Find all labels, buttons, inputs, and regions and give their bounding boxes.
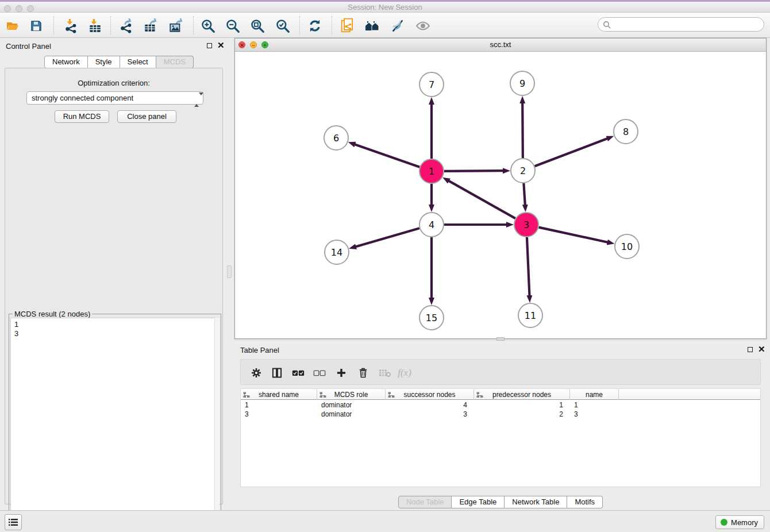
edge-1-6[interactable]	[355, 144, 419, 167]
table-cell-name[interactable]: 1	[570, 400, 619, 410]
memory-button[interactable]: Memory	[715, 515, 764, 529]
horizontal-splitter-handle[interactable]	[496, 337, 505, 341]
zoom-fit-icon[interactable]	[248, 17, 267, 35]
zoom-in-icon[interactable]	[199, 17, 217, 35]
table-cell-shared-name[interactable]: 3	[241, 410, 317, 419]
zoom-out-icon[interactable]	[224, 17, 242, 35]
edge-3-1[interactable]	[449, 181, 515, 219]
column-header-successor-nodes[interactable]: successor nodes	[386, 390, 474, 400]
column-header-mcds-role[interactable]: MCDS role	[317, 390, 386, 400]
table-cell-predecessor-nodes[interactable]: 2	[474, 410, 570, 419]
minimize-view-button[interactable]: −	[250, 41, 257, 48]
node-10[interactable]: 10	[615, 234, 639, 259]
export-image-icon[interactable]	[167, 17, 185, 35]
network-canvas[interactable]: 7968124314101511	[235, 52, 766, 338]
network-window-titlebar[interactable]: scc.txt ✕ − +	[235, 38, 766, 52]
toolbar-separator	[193, 16, 194, 34]
node-15[interactable]: 15	[419, 306, 444, 330]
mcds-result-item[interactable]: 1	[14, 320, 219, 329]
tab-node-table[interactable]: Node Table	[398, 496, 452, 508]
node-9[interactable]: 9	[510, 71, 534, 95]
node-14[interactable]: 14	[325, 240, 349, 264]
table-rows: 1dominator4113dominator323	[241, 400, 760, 419]
import-table-icon[interactable]	[86, 17, 104, 35]
open-file-icon[interactable]	[3, 17, 22, 35]
edge-2-9[interactable]	[522, 103, 523, 158]
graphics-details-icon[interactable]	[388, 17, 407, 35]
close-view-button[interactable]: ✕	[238, 41, 245, 48]
svg-text:11: 11	[525, 310, 536, 321]
table-toolbar: f(x)	[240, 359, 761, 385]
node-2[interactable]: 2	[511, 159, 535, 183]
edge-3-11[interactable]	[527, 237, 530, 296]
table-cell-predecessor-nodes[interactable]: 1	[474, 400, 570, 410]
zoom-selected-icon[interactable]	[274, 17, 292, 35]
edge-2-8[interactable]	[535, 138, 608, 166]
tab-motifs[interactable]: Motifs	[567, 496, 603, 508]
node-table[interactable]: shared nameMCDS rolesuccessor nodesprede…	[240, 388, 761, 487]
column-header-name[interactable]: name	[570, 390, 619, 400]
deselect-all-icon[interactable]	[312, 365, 327, 380]
edge-4-14[interactable]	[356, 228, 419, 246]
close-panel-button[interactable]: Close panel	[117, 110, 176, 123]
close-panel-icon[interactable]: ✕	[217, 40, 225, 51]
tab-mcds[interactable]: MCDS	[156, 56, 194, 68]
svg-text:15: 15	[426, 313, 437, 323]
zoom-view-button[interactable]: +	[261, 41, 268, 48]
task-history-button[interactable]	[5, 514, 22, 530]
tab-network[interactable]: Network	[44, 56, 88, 68]
mcds-result-scrollbar[interactable]	[214, 318, 220, 530]
table-cell-name[interactable]: 3	[570, 410, 619, 419]
edge-3-10[interactable]	[538, 228, 607, 242]
table-cell-mcds-role[interactable]: dominator	[317, 400, 386, 410]
refresh-icon[interactable]	[306, 17, 324, 35]
export-table-icon[interactable]	[141, 17, 160, 35]
export-network-icon[interactable]	[117, 17, 136, 35]
vertical-splitter-handle[interactable]	[227, 265, 232, 278]
float-table-panel-icon[interactable]	[748, 347, 753, 352]
node-1[interactable]: 1	[419, 159, 444, 183]
svg-text:4: 4	[429, 219, 434, 230]
column-type-icon	[388, 392, 395, 400]
column-header-shared-name[interactable]: shared name	[241, 390, 317, 400]
run-mcds-button[interactable]: Run MCDS	[55, 110, 109, 123]
home-icon[interactable]	[363, 17, 382, 35]
float-panel-icon[interactable]	[207, 43, 212, 48]
edge-1-2[interactable]	[444, 171, 503, 171]
table-cell-successor-nodes[interactable]: 4	[386, 400, 474, 410]
tab-network-table[interactable]: Network Table	[505, 496, 567, 508]
edge-2-3[interactable]	[523, 183, 525, 205]
app-titlebar: Session: New Session	[0, 2, 770, 13]
node-11[interactable]: 11	[518, 303, 542, 327]
close-table-panel-icon[interactable]: ✕	[758, 344, 765, 354]
node-4[interactable]: 4	[419, 213, 444, 237]
node-8[interactable]: 8	[614, 119, 638, 144]
tab-edge-table[interactable]: Edge Table	[452, 496, 505, 508]
table-row[interactable]: 1dominator411	[241, 400, 760, 410]
network-file-icon[interactable]	[338, 17, 357, 35]
save-session-icon[interactable]	[27, 17, 45, 35]
add-column-icon[interactable]	[334, 365, 349, 380]
mcds-result-list[interactable]: 13	[10, 318, 220, 530]
criterion-dropdown[interactable]: strongly connected component	[26, 91, 203, 105]
svg-text:14: 14	[331, 247, 342, 258]
tab-select[interactable]: Select	[120, 56, 156, 68]
table-settings-gear-icon[interactable]	[249, 365, 264, 380]
search-input[interactable]	[614, 20, 764, 29]
select-all-icon[interactable]	[291, 365, 306, 380]
node-6[interactable]: 6	[324, 126, 348, 150]
column-header-predecessor-nodes[interactable]: predecessor nodes	[474, 390, 570, 400]
node-7[interactable]: 7	[419, 72, 444, 97]
tab-style[interactable]: Style	[88, 56, 120, 68]
delete-column-icon[interactable]	[356, 365, 371, 380]
table-cell-shared-name[interactable]: 1	[241, 400, 317, 410]
table-cell-successor-nodes[interactable]: 3	[386, 410, 474, 419]
node-3[interactable]: 3	[514, 213, 538, 237]
toolbar-separator	[332, 16, 332, 34]
table-cell-mcds-role[interactable]: dominator	[317, 410, 386, 419]
show-columns-icon[interactable]	[270, 365, 284, 380]
mcds-result-item[interactable]: 3	[14, 329, 219, 338]
table-row[interactable]: 3dominator323	[241, 410, 760, 419]
import-network-icon[interactable]	[61, 17, 80, 35]
search-field[interactable]	[598, 17, 764, 32]
